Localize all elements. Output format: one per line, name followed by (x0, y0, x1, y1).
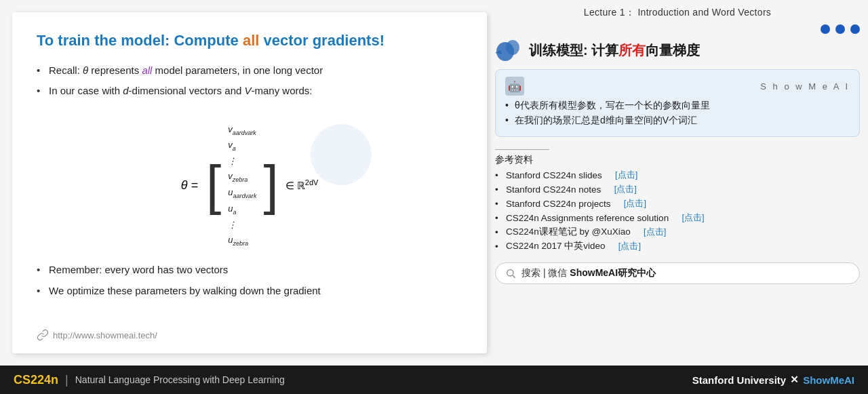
ref-section-title: 参考资料 (495, 154, 860, 166)
ref-item-1: Stanford CS224n slides [点击] (495, 169, 860, 181)
dots-row (495, 24, 860, 34)
x-separator: ✕ (790, 374, 799, 386)
ref-item-6: CS224n 2017 中英video [点击] (495, 240, 860, 252)
ref-list: Stanford CS224n slides [点击] Stanford CS2… (495, 169, 860, 254)
card-bullet-1: θ代表所有模型参数，写在一个长的参数向量里 (505, 100, 850, 112)
bottom-right: Stanford University ✕ ShowMeAI (692, 374, 854, 386)
showmeai-logo-text: S h o w M e A I (760, 81, 850, 92)
ref-link-2[interactable]: [点击] (614, 183, 637, 195)
slide-title: To train the model: Compute all vector g… (37, 31, 462, 51)
dot-1 (821, 24, 830, 34)
showmeai-card-header: 🤖 S h o w M e A I (505, 77, 850, 96)
matrix-bracket: [ vaardvark va ⋮ vzebra uaardvark ua ⋮ u… (206, 118, 279, 254)
ref-link-6[interactable]: [点击] (618, 240, 641, 252)
showmeai-card: 🤖 S h o w M e A I θ代表所有模型参数，写在一个长的参数向量里 … (495, 69, 860, 137)
svg-point-3 (507, 270, 513, 276)
slide-bullet-2: In our case with d-dimensional vectors a… (37, 83, 462, 99)
dot-2 (835, 24, 845, 34)
showmeai-card-bullets: θ代表所有模型参数，写在一个长的参数向量里 在我们的场景汇总是d维向量空间的V个… (505, 100, 850, 127)
showmeai-brand-text: ShowMeAI (803, 374, 854, 386)
ref-link-1[interactable]: [点击] (615, 169, 637, 181)
ref-link-5[interactable]: [点击] (644, 226, 666, 238)
theta-symbol: θ = (181, 178, 198, 193)
math-block: θ = [ vaardvark va ⋮ vzebra uaardvark ua… (37, 118, 462, 254)
right-panel: Lecture 1： Introduction and Word Vectors… (487, 0, 868, 366)
right-title-part1: 训练模型: 计算 (529, 43, 618, 58)
card-bullet-2: 在我们的场景汇总是d维向量空间的V个词汇 (505, 115, 850, 127)
search-bar[interactable]: 搜索 | 微信 ShowMeAI研究中心 (495, 262, 860, 284)
footer-url: http://www.showmeai.tech/ (53, 330, 157, 340)
divider-line (495, 149, 549, 150)
course-code: CS224n (14, 373, 58, 387)
ref-link-4[interactable]: [点击] (682, 212, 704, 224)
bracket-left: [ (206, 118, 221, 254)
right-title: 训练模型: 计算所有向量梯度 (529, 42, 700, 58)
ref-item-4: CS224n Assignments reference solution [点… (495, 212, 860, 224)
bottom-divider: | (65, 373, 68, 387)
slide-title-highlight: all (243, 32, 259, 49)
matrix-content: vaardvark va ⋮ vzebra uaardvark ua ⋮ uze… (221, 118, 263, 254)
bottom-left: CS224n | Natural Language Processing wit… (14, 373, 285, 387)
robot-icon: 🤖 (505, 77, 524, 96)
ref-item-3: Stanford CS224n projects [点击] (495, 197, 860, 210)
slide-footer: http://www.showmeai.tech/ (37, 329, 462, 341)
search-icon (505, 268, 516, 279)
bracket-right: ] (263, 118, 278, 254)
right-title-row: 训练模型: 计算所有向量梯度 (495, 38, 860, 62)
slide-bullet-3: Remember: every word has two vectors (37, 262, 462, 278)
slide-title-part1: To train the model: Compute (37, 32, 243, 49)
dot-3 (850, 24, 860, 34)
slide-bullets-top: Recall: θ represents all model parameter… (37, 63, 462, 104)
lecture-header: Lecture 1： Introduction and Word Vectors (495, 0, 860, 24)
slide-title-part2: vector gradients! (259, 32, 384, 49)
set-notation: ∈ ℝ2dV (285, 178, 319, 192)
ref-item-2: Stanford CS224n notes [点击] (495, 183, 860, 195)
search-brand: ShowMeAI研究中心 (570, 267, 656, 278)
right-title-suffix: 向量梯度 (646, 43, 700, 58)
svg-line-4 (513, 275, 515, 278)
link-icon (37, 329, 49, 341)
stanford-text: Stanford University (692, 374, 786, 386)
bottom-bar: CS224n | Natural Language Processing wit… (0, 366, 868, 394)
right-title-highlight: 所有 (618, 43, 646, 58)
slide-bullet-4: We optimize these parameters by walking … (37, 283, 462, 299)
slide-bullets-bottom: Remember: every word has two vectors We … (37, 262, 462, 304)
course-name: Natural Language Processing with Deep Le… (75, 374, 285, 385)
bird-icon (495, 38, 522, 62)
svg-point-1 (506, 40, 519, 55)
ref-link-3[interactable]: [点击] (624, 197, 646, 210)
slide-bullet-1: Recall: θ represents all model parameter… (37, 63, 462, 79)
ref-item-5: CS224n课程笔记 by @XuXiao [点击] (495, 226, 860, 238)
search-text: 搜索 | 微信 ShowMeAI研究中心 (521, 267, 656, 279)
slide-panel: To train the model: Compute all vector g… (12, 12, 487, 353)
